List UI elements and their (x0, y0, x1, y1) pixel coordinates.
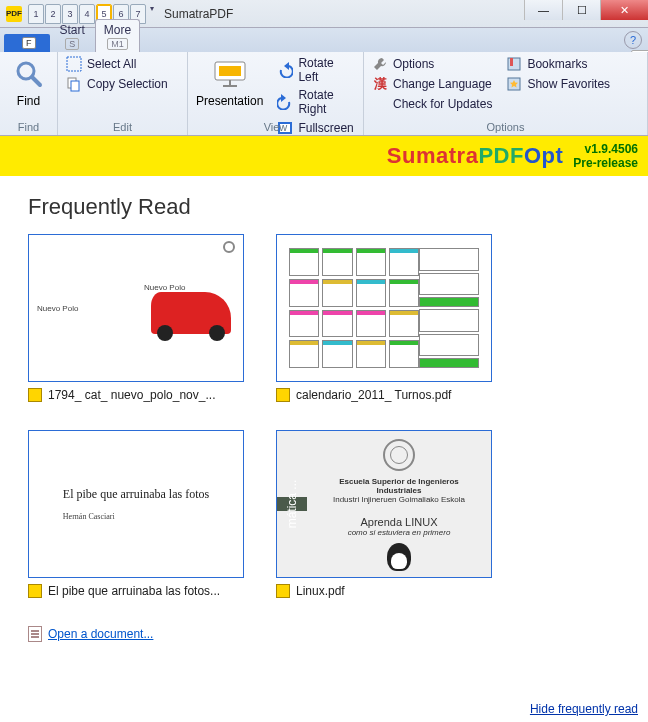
rotate-right-button[interactable]: Rotate Right (277, 88, 355, 116)
spine-text: mática ... (285, 480, 299, 529)
doc-name: Linux.pdf (296, 584, 345, 598)
doc-thumbnail[interactable]: mática ... Escuela Superior de Ingeniero… (276, 430, 492, 578)
rotate-left-icon (277, 62, 293, 78)
blank-icon (372, 96, 388, 112)
presentation-label: Presentation (196, 94, 263, 108)
doc-thumbnail[interactable] (276, 234, 492, 382)
app-icon: PDF (6, 6, 22, 22)
vw-logo-icon (223, 241, 235, 253)
select-all-button[interactable]: Select All (66, 56, 179, 72)
thumb-text: Nuevo Polo (144, 283, 237, 292)
updates-label: Check for Updates (393, 97, 492, 111)
doc-card: calendario_2011_ Turnos.pdf (276, 234, 492, 402)
tab-more[interactable]: More M1 (95, 19, 140, 52)
select-all-icon (66, 56, 82, 72)
thumb-subtitle: como si estuviera en primero (317, 528, 481, 537)
pdf-icon (276, 388, 290, 402)
content-area: Frequently Read Nuevo Polo Nuevo Polo 17… (0, 176, 648, 702)
help-button[interactable]: ? (624, 31, 642, 49)
thumb-subheading: Industri Injineruen Goimaliako Eskola (317, 495, 481, 504)
version-number: v1.9.4506 (573, 142, 638, 156)
thumb-title: El pibe que arruinaba las fotos (63, 487, 209, 502)
doc-card: El pibe que arruinaba las fotos Hernán C… (28, 430, 244, 598)
options-button[interactable]: Options (372, 56, 492, 72)
window-title: SumatraPDF (164, 7, 233, 21)
rotate-left-button[interactable]: Rotate Left (277, 56, 355, 84)
favorites-label: Show Favorites (527, 77, 610, 91)
copy-icon (66, 76, 82, 92)
doc-thumbnail[interactable]: El pibe que arruinaba las fotos Hernán C… (28, 430, 244, 578)
select-all-label: Select All (87, 57, 136, 71)
window-controls: — ☐ ✕ (524, 0, 648, 20)
rotate-right-icon (277, 94, 293, 110)
document-icon (28, 626, 42, 642)
thumb-text: Nuevo Polo (37, 304, 130, 313)
qat-dropdown-icon[interactable]: ▾ (150, 4, 154, 24)
presentation-icon (212, 56, 248, 92)
brand-text: SumatraPDFOpt (387, 143, 563, 169)
bookmarks-button[interactable]: Bookmarks (506, 56, 610, 72)
tab-label: Start (60, 23, 85, 37)
tab-label: More (104, 23, 131, 37)
seal-icon (383, 439, 415, 471)
svg-rect-12 (510, 58, 513, 66)
hide-frequently-read-link[interactable]: Hide frequently read (0, 702, 648, 722)
thumb-title: Aprenda LINUX (317, 516, 481, 528)
group-label: Edit (58, 121, 187, 133)
doc-caption[interactable]: El pibe que arruinaba las fotos... (28, 584, 244, 598)
change-language-button[interactable]: 漢 Change Language (372, 76, 492, 92)
svg-rect-4 (71, 81, 79, 91)
language-icon: 漢 (372, 76, 388, 92)
ribbon-group-find: Find Find (0, 52, 58, 135)
version-block: v1.9.4506 Pre-release (573, 142, 638, 170)
tab-start[interactable]: Start S (52, 20, 93, 52)
ribbon-group-edit: Select All Copy Selection Edit (58, 52, 188, 135)
calendar-grid (289, 248, 419, 368)
group-label: Find (0, 121, 57, 133)
brand-part-1: Sumatra (387, 143, 479, 168)
tux-icon (387, 543, 411, 571)
close-button[interactable]: ✕ (600, 0, 648, 20)
brand-banner: SumatraPDFOpt v1.9.4506 Pre-release (0, 136, 648, 176)
ribbon-tabstrip: F Start S More M1 ? M2 (0, 28, 648, 52)
svg-rect-6 (219, 66, 241, 76)
tab-key: M1 (107, 38, 128, 50)
doc-caption[interactable]: Linux.pdf (276, 584, 492, 598)
group-label: View (188, 121, 363, 133)
doc-name: 1794_ cat_ nuevo_polo_nov_... (48, 388, 215, 402)
favorites-icon (506, 76, 522, 92)
maximize-button[interactable]: ☐ (562, 0, 600, 20)
car-graphic (151, 292, 231, 334)
copy-selection-button[interactable]: Copy Selection (66, 76, 179, 92)
doc-card: Nuevo Polo Nuevo Polo 1794_ cat_ nuevo_p… (28, 234, 244, 402)
bookmarks-icon (506, 56, 522, 72)
svg-rect-11 (508, 58, 520, 70)
svg-rect-2 (67, 57, 81, 71)
find-button[interactable]: Find (8, 56, 49, 108)
qat-item-1[interactable]: 1 (28, 4, 44, 24)
open-document-link[interactable]: Open a document... (28, 626, 620, 642)
rotate-right-label: Rotate Right (298, 88, 355, 116)
open-document-label: Open a document... (48, 627, 153, 641)
file-tab[interactable]: F (4, 34, 50, 52)
bookmarks-label: Bookmarks (527, 57, 587, 71)
doc-name: El pibe que arruinaba las fotos... (48, 584, 220, 598)
check-updates-button[interactable]: Check for Updates (372, 96, 492, 112)
find-label: Find (17, 94, 40, 108)
doc-caption[interactable]: calendario_2011_ Turnos.pdf (276, 388, 492, 402)
recent-grid: Nuevo Polo Nuevo Polo 1794_ cat_ nuevo_p… (28, 234, 620, 598)
svg-line-1 (32, 77, 40, 85)
doc-thumbnail[interactable]: Nuevo Polo Nuevo Polo (28, 234, 244, 382)
group-label: Options (364, 121, 647, 133)
presentation-button[interactable]: Presentation (196, 56, 263, 108)
options-label: Options (393, 57, 434, 71)
thumb-heading: Escuela Superior de Ingenieros Industria… (317, 477, 481, 495)
pdf-icon (276, 584, 290, 598)
brand-part-2: PDF (478, 143, 524, 168)
show-favorites-button[interactable]: Show Favorites (506, 76, 610, 92)
tab-key: S (65, 38, 79, 50)
thumb-author: Hernán Casciari (63, 512, 209, 521)
minimize-button[interactable]: — (524, 0, 562, 20)
release-tag: Pre-release (573, 156, 638, 170)
doc-caption[interactable]: 1794_ cat_ nuevo_polo_nov_... (28, 388, 244, 402)
